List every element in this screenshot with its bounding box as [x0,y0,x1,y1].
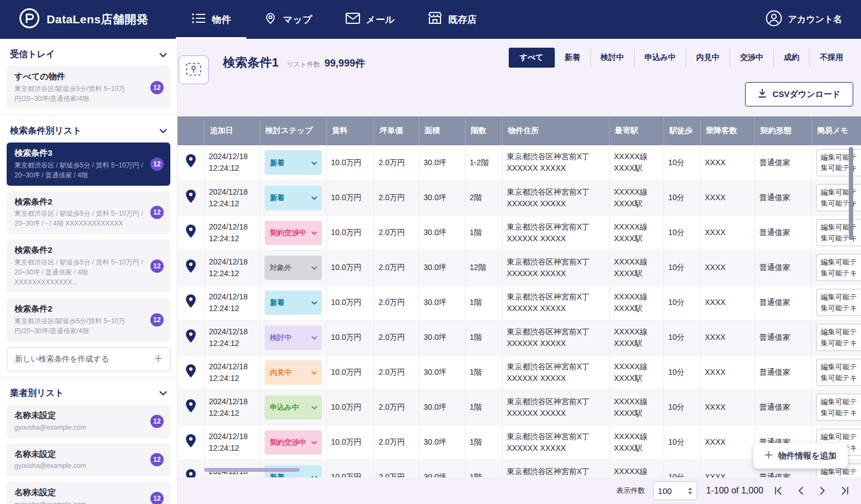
pin-cell[interactable] [178,145,204,180]
page-size-input[interactable]: 100 [653,481,697,500]
sidebar-item-search-condition-3[interactable]: 検索条件3 東京都渋谷区 / 駅徒歩5分 / 賃料 5~10万円 / 20~30… [7,142,170,186]
pin-cell[interactable] [178,355,204,390]
cell-passengers: XXXX [700,250,754,285]
cell-contract: 普通借家 [754,180,811,215]
table-row: 2024/12/18 12:24:12 契約交渉中 10.0万円 2.0万円 3… [178,215,861,250]
tab-applying[interactable]: 申込み中 [634,48,686,67]
property-table: 追加日 検討ステップ 賃料 坪単価 面積 階数 物件住所 最寄駅 駅徒歩 乗降客… [178,116,861,477]
memo-button[interactable]: 編集可能テ 集可能テキ [816,184,861,211]
sidebar-item-vendor-2[interactable]: 名称未設定 gyousha@example.com 12 [7,444,170,477]
nav-item-label: 既存店 [448,13,477,26]
step-select[interactable]: 契約交渉中 [265,221,322,245]
cell-floor: 1階 [465,425,502,460]
sidebar-item-search-condition-2c[interactable]: 検索条件2 東京都渋谷区/駅徒歩5分/賃料 5~10万円/20~30坪/普通借家… [7,298,170,342]
step-select[interactable]: 新着 [265,186,322,210]
step-select[interactable]: 申込み中 [265,395,322,420]
step-select[interactable]: 契約交渉中 [265,430,322,455]
create-search-condition-button[interactable]: 新しい検索条件を作成する [7,347,171,371]
count-badge: 12 [150,259,164,273]
step-select[interactable]: 検討中 [265,325,322,350]
tab-new[interactable]: 新着 [555,48,590,67]
search-lists-section-header[interactable]: 検索条件別リスト [0,115,177,142]
cell-added-date: 2024/12/18 12:24:12 [204,320,260,355]
cell-memo: 編集可能テ 集可能テキ [811,145,861,180]
pin-cell[interactable] [178,320,204,355]
step-label: 対象外 [270,262,292,273]
page-size-stepper[interactable] [688,487,692,495]
cell-area: 30.0坪 [419,250,465,285]
table-row: 2024/12/18 12:24:12 検討中 10.0万円 2.0万円 30.… [178,320,861,355]
memo-button[interactable]: 編集可能テ 集可能テキ [816,149,861,176]
csv-download-button[interactable]: CSVダウンロード [745,82,853,106]
cell-contract: 普通借家 [754,215,811,250]
cell-passengers: XXXX [700,390,754,425]
sidebar-item-search-condition-2b[interactable]: 検索条件2 東京都渋谷区 / 駅徒歩5分 / 賃料 5~10万円 / 20~30… [7,240,170,293]
chevron-down-icon [311,472,317,477]
brand[interactable]: DataLens店舗開発 [19,8,148,31]
cell-floor: 1階 [465,390,502,425]
cell-walk: 10分 [664,320,700,355]
memo-button[interactable]: 編集可能テ 集可能テキ [816,289,861,316]
cell-contract: 普通借家 [754,355,811,390]
cell-floor: 1階 [465,285,502,320]
cell-tsubo-price: 2.0万円 [374,215,419,250]
inbox-section-header[interactable]: 受信トレイ [0,39,177,66]
account-menu[interactable]: アカウント名 [766,10,842,29]
pin-cell[interactable] [178,390,204,425]
step-select[interactable]: 新着 [265,291,322,315]
tab-considering[interactable]: 検討中 [590,48,634,67]
tab-viewing[interactable]: 内見中 [686,48,730,67]
first-page-button[interactable] [771,483,786,498]
tab-all[interactable]: すべて [509,48,555,68]
sidebar-item-vendor-1[interactable]: 名称未設定 gyousha@example.com 12 [7,405,170,438]
nav-item-map[interactable]: マップ [247,0,328,39]
main-nav: 物件 マップ メール 既存店 [175,0,493,39]
cell-walk: 10分 [664,285,700,320]
cell-added-date: 2024/12/18 12:24:12 [204,285,260,320]
pin-cell[interactable] [178,425,204,460]
memo-button[interactable]: 編集可能テ 集可能テキ [816,394,861,421]
tab-rejected[interactable]: 不採用 [809,48,853,67]
cell-step: 契約交渉中 [260,425,326,460]
pin-cell[interactable] [178,285,204,320]
last-page-button[interactable] [838,483,852,498]
nav-item-mail[interactable]: メール [329,0,412,39]
prev-page-button[interactable] [793,483,808,498]
memo-button[interactable]: 編集可能テ 集可能テキ [816,359,861,386]
pin-cell[interactable] [178,180,204,215]
sidebar-item-vendor-3[interactable]: 名称未設定 gyousha@example.com 12 [7,482,170,504]
cell-added-date: 2024/12/18 12:24:12 [204,180,260,215]
cell-contract: 普通借家 [754,145,811,180]
column-header-station: 最寄駅 [609,116,664,145]
pin-cell[interactable] [178,250,204,285]
tab-contracted[interactable]: 成約 [773,48,809,67]
vendor-lists-section-header[interactable]: 業者別リスト [0,378,177,405]
map-view-toggle-button[interactable] [179,55,209,84]
column-header-memo: 簡易メモ [811,116,861,145]
memo-button[interactable]: 編集可能テ 集可能テキ [816,254,861,281]
vertical-scrollbar[interactable] [849,147,853,240]
pin-cell[interactable] [178,215,204,250]
memo-button[interactable]: 編集可能テ 集可能テキ [816,219,861,246]
step-select[interactable]: 新着 [265,150,322,175]
list-item-title: 名称未設定 [14,449,144,460]
step-label: 新着 [270,157,285,169]
cell-station: XXXXX線 XXXX駅 [609,145,664,180]
step-select[interactable]: 内見中 [265,360,322,385]
sidebar-item-search-condition-2a[interactable]: 検索条件2 東京都渋谷区 / 駅徒歩5分 / 賃料 5~10万円 / 20~30… [7,191,170,235]
next-page-button[interactable] [816,483,830,498]
list-item-desc: 東京都渋谷区 / 駅徒歩5分 / 賃料 5~10万円 / 20~30坪 / 普通… [14,257,144,287]
add-property-button[interactable]: 物件情報を追加 [753,443,848,469]
cell-rent: 10.0万円 [326,145,374,180]
table-header-row: 追加日 検討ステップ 賃料 坪単価 面積 階数 物件住所 最寄駅 駅徒歩 乗降客… [178,116,861,145]
pin-cell[interactable] [178,460,204,477]
nav-item-properties[interactable]: 物件 [175,0,247,39]
tab-negotiating[interactable]: 交渉中 [730,48,773,67]
memo-button[interactable]: 編集可能テ 集可能テキ [816,324,861,351]
step-label: 契約交渉中 [270,227,306,238]
inbox-item-all-properties[interactable]: すべての物件 東京都渋谷区/駅徒歩5分/賃料 5~10万円/20~30坪/普通借… [7,66,170,109]
horizontal-scrollbar[interactable] [204,468,300,472]
property-table-wrap: 追加日 検討ステップ 賃料 坪単価 面積 階数 物件住所 最寄駅 駅徒歩 乗降客… [178,116,861,477]
nav-item-existing-stores[interactable]: 既存店 [411,0,493,39]
step-select[interactable]: 対象外 [265,256,322,280]
